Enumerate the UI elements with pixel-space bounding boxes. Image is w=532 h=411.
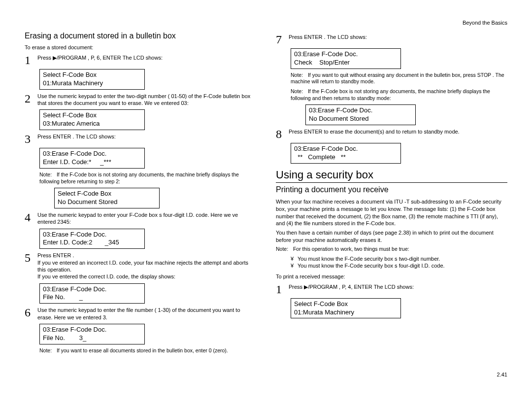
note-text: If the F-Code box is not storing any doc… [39, 171, 239, 184]
step-7: 7 Press ENTER . The LCD shows: [276, 34, 507, 45]
step-5: 5 Press ENTER . If you ve entered an inc… [25, 252, 256, 280]
step-text: Press ENTER . The LCD shows: [289, 34, 507, 40]
note-label: Note: [291, 72, 306, 79]
lcd-display: Select F-Code Box No Document Stored [54, 188, 160, 208]
bullet-text: You must know the F-Code security box s … [298, 256, 440, 262]
step-4: 4 Use the numeric keypad to enter your F… [25, 211, 256, 226]
step-text: Use the numeric keypad to enter the file… [37, 307, 256, 321]
bullet-text: You must know the F-Code security box s … [298, 263, 445, 269]
note: Note: If you want to quit without erasin… [291, 72, 507, 85]
note-text: If the F-Code box is not storing any doc… [291, 88, 490, 101]
note-text: If you want to quit without erasing any … [291, 72, 504, 85]
step-text: Use the numeric keypad to enter the two-… [37, 93, 256, 107]
page-number: 2.41 [25, 372, 507, 377]
right-column: 7 Press ENTER . The LCD shows: 03:Erase … [276, 31, 507, 357]
subsection-heading-printing: Printing a document you receive [276, 185, 507, 194]
note-label: Note: [291, 88, 306, 95]
step-b1: 1 Press ▶/PROGRAM , P, 4, ENTER The LCD … [276, 283, 507, 295]
lcd-display: 03:Erase F-Code Doc. ** Complete ** [291, 143, 401, 164]
bullet-item: ¥You must know the F-Code security box s… [291, 263, 507, 269]
lcd-display: 03:Erase F-Code Doc. File No. 3_ [39, 324, 145, 344]
header-section: Beyond the Basics [25, 20, 507, 26]
left-column: Erasing a document stored in a bulletin … [25, 31, 256, 357]
step-number: 6 [25, 307, 37, 318]
step-number: 7 [276, 34, 289, 45]
lcd-display: 03:Erase F-Code Doc. File No. _ [39, 283, 145, 304]
step-text: Press ENTER . If you ve entered an incor… [37, 252, 256, 280]
step-text: Press ENTER to erase the document(s) and… [289, 128, 507, 135]
step-text: Press ▶/PROGRAM , P, 4, ENTER The LCD sh… [289, 283, 507, 290]
lcd-display: Select F-Code Box 01:Murata Machinery [291, 298, 401, 319]
page-columns: Erasing a document stored in a bulletin … [25, 31, 507, 357]
note-text: For this operation to work, two things m… [293, 246, 409, 252]
step-line: If you ve entered the correct I.D. code,… [37, 274, 175, 279]
paragraph: You then have a certain number of days (… [276, 229, 507, 244]
step-number: 1 [25, 54, 37, 66]
note: Note: For this operation to work, two th… [276, 246, 507, 253]
step-8: 8 Press ENTER to erase the document(s) a… [276, 128, 507, 140]
lcd-display: Select F-Code Box 03:Muratec America [39, 109, 145, 130]
step-line: Press ENTER . [37, 252, 74, 258]
step-text: Press ▶/PROGRAM , P, 6, ENTER The LCD sh… [37, 54, 256, 61]
step-number: 5 [25, 252, 37, 264]
bullet-item: ¥You must know the F-Code security box s… [291, 256, 507, 262]
intro-text: To print a received message: [276, 274, 507, 279]
note-label: Note: [276, 246, 292, 253]
step-number: 1 [276, 283, 289, 295]
note: Note: If you want to erase all documents… [39, 347, 256, 354]
section-heading-erasing: Erasing a document stored in a bulletin … [25, 32, 256, 40]
step-6: 6 Use the numeric keypad to enter the fi… [25, 307, 256, 321]
step-line: If you ve entered an incorrect I.D. code… [37, 260, 248, 273]
step-text: Press ENTER . The LCD shows: [37, 133, 256, 140]
step-number: 8 [276, 128, 289, 140]
note-label: Note: [39, 347, 55, 354]
paragraph: When your fax machine receives a documen… [276, 198, 507, 227]
step-3: 3 Press ENTER . The LCD shows: [25, 133, 256, 145]
lcd-display: 03:Erase F-Code Doc. Enter I.D. Code:2 _… [39, 229, 145, 249]
section-heading-security: Using a security box [276, 169, 507, 183]
note: Note: If the F-Code box is not storing a… [39, 171, 256, 185]
note-label: Note: [39, 171, 55, 178]
step-number: 2 [25, 93, 37, 104]
lcd-display: 03:Erase F-Code Doc. Enter I.D. Code:* _… [39, 148, 145, 169]
step-number: 4 [25, 211, 37, 223]
bullet-marker: ¥ [291, 263, 298, 269]
lcd-display: 03:Erase F-Code Doc. No Document Stored [305, 104, 416, 125]
bullet-marker: ¥ [291, 256, 298, 262]
step-text: Use the numeric keypad to enter your F-C… [37, 211, 256, 226]
step-1: 1 Press ▶/PROGRAM , P, 6, ENTER The LCD … [25, 54, 256, 66]
step-number: 3 [25, 133, 37, 145]
intro-text: To erase a stored document: [25, 44, 256, 50]
step-2: 2 Use the numeric keypad to enter the tw… [25, 93, 256, 107]
note: Note: If the F-Code box is not storing a… [291, 88, 507, 102]
note-text: If you want to erase all documents store… [57, 347, 228, 353]
lcd-display: Select F-Code Box 01:Murata Machinery [39, 69, 145, 90]
lcd-display: 03:Erase F-Code Doc. Check Stop/Enter [291, 48, 401, 69]
